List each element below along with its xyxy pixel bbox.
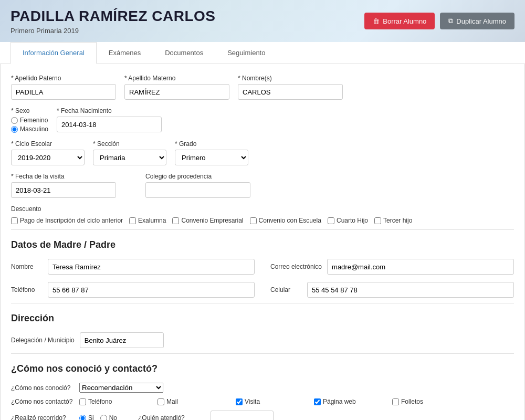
descuento-cuarto-hijo-checkbox[interactable] — [328, 217, 334, 224]
apellido-materno-label: * Apellido Materno — [124, 75, 229, 82]
fecha-nacimiento-input[interactable] — [57, 117, 162, 132]
descuento-convenio-esc: Convenio con Escuela — [250, 217, 321, 224]
trash-icon: 🗑 — [373, 17, 380, 25]
descuento-exalumna: Exalumna — [129, 217, 166, 224]
apellido-paterno-input[interactable] — [11, 84, 116, 100]
contacto-visita-checkbox[interactable] — [236, 398, 243, 405]
sexo-femenino-radio[interactable] — [11, 117, 18, 124]
direccion-delegacion-field: Delegación / Municipio — [11, 332, 514, 348]
sexo-femenino-label: Femenino — [20, 117, 48, 124]
recorrido-no-item: No — [100, 414, 117, 420]
contacto-telefono-label: Teléfono — [88, 398, 151, 405]
recorrido-no-label: No — [109, 414, 117, 420]
contacto-mail-checkbox[interactable] — [158, 398, 164, 405]
direccion-section-title: Dirección — [11, 313, 514, 326]
group-fecha-nacimiento: * Fecha Nacimiento — [57, 107, 162, 132]
seccion-select[interactable]: Primaria — [93, 150, 166, 165]
padres-nombre-label: Nombre — [11, 263, 43, 270]
group-grado: * Grado Primero — [175, 140, 248, 165]
colegio-input[interactable] — [145, 182, 250, 198]
padres-correo-input[interactable] — [327, 259, 514, 275]
padres-correo-label: Correo electrónico — [270, 263, 322, 270]
apellido-paterno-label: * Apellido Paterno — [11, 75, 116, 82]
header-buttons: 🗑 Borrar Alumno ⧉ Duplicar Alumno — [364, 13, 514, 29]
ciclo-escolar-label: * Ciclo Escolar — [11, 140, 85, 148]
sexo-masculino-label: Masculino — [20, 125, 48, 133]
tab-documentos[interactable]: Documentos — [153, 42, 215, 64]
contacto-section-title: ¿Cómo nos conoció y contactó? — [11, 363, 514, 376]
como-contacto-label: ¿Cómo nos contactó? — [11, 398, 74, 405]
descuento-convenio-emp: Convenio Empresarial — [172, 217, 243, 224]
tab-seguimiento[interactable]: Seguimiento — [215, 42, 277, 64]
como-conocio-select[interactable]: Recomendación Internet Volante Otro — [79, 383, 163, 393]
delegacion-input[interactable] — [80, 332, 164, 348]
padres-telefono-field: Teléfono — [11, 282, 255, 298]
ciclo-escolar-select[interactable]: 2019-2020 — [11, 150, 85, 165]
row-ciclo-seccion-grado: * Ciclo Escolar 2019-2020 * Sección Prim… — [11, 140, 514, 165]
group-fecha-visita: * Fecha de la visita — [11, 173, 116, 198]
descuento-convenio-emp-label: Convenio Empresarial — [181, 217, 243, 224]
padres-grid: Nombre Correo electrónico Teléfono Celul… — [11, 259, 514, 298]
descuento-exalumna-checkbox[interactable] — [129, 217, 136, 224]
tab-informacion-general[interactable]: Información General — [10, 42, 97, 64]
main-content: * Apellido Paterno * Apellido Materno * … — [0, 64, 525, 420]
contacto-pagina-item: Página web — [314, 398, 386, 405]
fecha-visita-input[interactable] — [11, 182, 116, 198]
page-subtitle: Primero Primaria 2019 — [10, 27, 216, 35]
descuento-label: Descuento — [11, 205, 514, 213]
descuento-exalumna-label: Exalumna — [138, 217, 166, 224]
contacto-visita-label: Visita — [245, 398, 308, 405]
padres-nombre-field: Nombre — [11, 259, 255, 275]
como-conocio-row: ¿Cómo nos conoció? Recomendación Interne… — [11, 383, 514, 393]
recorrido-si-item: Si — [79, 414, 94, 420]
borrar-alumno-button[interactable]: 🗑 Borrar Alumno — [364, 13, 435, 29]
descuento-tercer-hijo-checkbox[interactable] — [374, 217, 381, 224]
contacto-pagina-checkbox[interactable] — [314, 398, 321, 405]
sexo-masculino-radio[interactable] — [11, 126, 18, 133]
padres-section-title: Datos de Madre / Padre — [11, 239, 514, 253]
padres-celular-label: Celular — [270, 286, 302, 293]
descuento-tercer-hijo: Tercer hijo — [374, 217, 412, 224]
contacto-telefono-checkbox[interactable] — [79, 398, 86, 405]
duplicar-alumno-button[interactable]: ⧉ Duplicar Alumno — [440, 13, 514, 29]
group-seccion: * Sección Primaria — [93, 140, 166, 165]
sexo-label: * Sexo — [11, 107, 48, 114]
contacto-folletos-item: Folletos — [392, 398, 464, 405]
contacto-folletos-label: Folletos — [401, 398, 464, 405]
como-conocio-wrapper: Recomendación Internet Volante Otro — [79, 383, 163, 393]
padres-celular-field: Celular — [270, 282, 514, 298]
nombres-input[interactable] — [238, 84, 343, 100]
duplicate-icon: ⧉ — [448, 17, 453, 25]
recorrido-no-radio[interactable] — [100, 415, 107, 421]
divider-padres — [11, 229, 514, 230]
contacto-visita-item: Visita — [236, 398, 308, 405]
descuento-checkboxes: Pago de Inscripción del ciclo anterior E… — [11, 217, 514, 224]
padres-telefono-input[interactable] — [48, 282, 255, 298]
fecha-visita-label: * Fecha de la visita — [11, 173, 116, 180]
apellido-materno-input[interactable] — [124, 84, 229, 100]
padres-celular-input[interactable] — [307, 282, 514, 298]
descuento-inscripcion-checkbox[interactable] — [11, 217, 18, 224]
borrar-label: Borrar Alumno — [383, 17, 426, 25]
row-sexo-fecha: * Sexo Femenino Masculino * Fecha Nacimi… — [11, 107, 514, 133]
quien-atendio-label: ¿Quién atendió? — [138, 414, 201, 420]
contacto-mail-item: Mail — [158, 398, 229, 405]
divider-contacto — [11, 353, 514, 354]
descuento-convenio-esc-label: Convenio con Escuela — [259, 217, 321, 224]
duplicar-label: Duplicar Alumno — [456, 17, 506, 25]
recorrido-radios: Si No — [79, 414, 117, 420]
row-fecha-colegio: * Fecha de la visita Colegio de proceden… — [11, 173, 514, 198]
seccion-wrapper: Primaria — [93, 150, 166, 165]
quien-atendio-input[interactable] — [211, 411, 274, 420]
descuento-cuarto-hijo-label: Cuarto Hijo — [337, 217, 368, 224]
grado-select[interactable]: Primero — [175, 150, 248, 165]
descuento-convenio-emp-checkbox[interactable] — [172, 217, 179, 224]
fecha-nacimiento-label: * Fecha Nacimiento — [57, 107, 162, 114]
padres-nombre-input[interactable] — [48, 259, 255, 275]
contacto-folletos-checkbox[interactable] — [392, 398, 399, 405]
descuento-inscripcion: Pago de Inscripción del ciclo anterior — [11, 217, 123, 224]
group-apellido-paterno: * Apellido Paterno — [11, 75, 116, 100]
recorrido-si-radio[interactable] — [79, 415, 86, 421]
tab-examenes[interactable]: Exámenes — [97, 42, 153, 64]
descuento-convenio-esc-checkbox[interactable] — [250, 217, 257, 224]
